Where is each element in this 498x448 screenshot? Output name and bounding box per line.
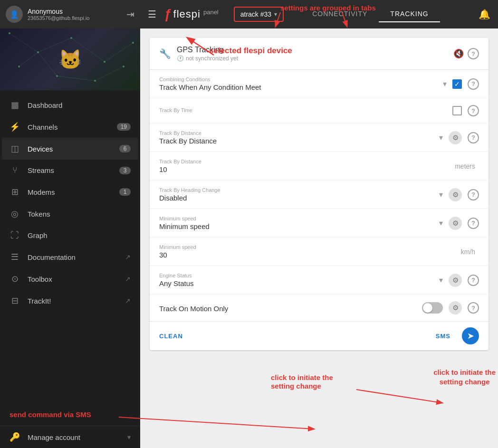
help-button[interactable]: ?: [468, 48, 479, 59]
device-selector-label: atrack #33: [240, 10, 271, 18]
setting-label: Minimum speed: [159, 216, 433, 221]
avatar: 👤: [6, 6, 23, 23]
help-button[interactable]: ?: [468, 302, 479, 314]
logout-button[interactable]: ⇥: [126, 9, 134, 20]
clean-button[interactable]: CLEAN: [159, 333, 183, 340]
card-title-text: GPS Tracking: [177, 46, 448, 54]
documentation-icon: ☰: [10, 252, 20, 262]
card-subtitle-text: not synchronized yet: [186, 55, 238, 62]
setting-row-track-by-time: Track By Time ?: [150, 98, 488, 124]
content-area: settings are grouped in tabs 🔧 GPS Track…: [140, 29, 498, 448]
help-button[interactable]: ?: [468, 218, 479, 229]
send-button[interactable]: ➤: [462, 327, 479, 344]
tab-tracking[interactable]: TRACKING: [379, 6, 440, 22]
logo-name: flespi: [173, 8, 201, 20]
setting-row-track-by-distance-select: Track By Distance Track By Distance ▾ ⚙ …: [150, 124, 488, 152]
chevron-down-icon: ▾: [274, 11, 277, 18]
logo-panel-label: panel: [203, 9, 219, 16]
chevron-down-icon[interactable]: ▾: [439, 276, 443, 285]
sms-button[interactable]: SMS: [436, 333, 450, 340]
chevron-down-icon[interactable]: ▾: [439, 219, 443, 228]
sidebar-item-manage-account[interactable]: 🔑 Manage account ▾: [2, 426, 138, 448]
setting-content: Combining Conditions Track When Any Cond…: [159, 76, 437, 91]
card-header-actions: 🔇 ?: [453, 48, 479, 59]
user-info: Anonymous 23653576@github.flespi.io: [28, 8, 122, 21]
trackit-icon: ⊟: [10, 295, 20, 306]
dashboard-icon: ▦: [10, 100, 20, 110]
sidebar-item-dashboard[interactable]: ▦ Dashboard: [2, 94, 138, 116]
sidebar-item-channels[interactable]: ⚡ Channels 19: [2, 116, 138, 138]
svg-line-3: [105, 43, 133, 62]
mute-icon[interactable]: 🔇: [453, 48, 464, 59]
gear-button[interactable]: ⚙: [449, 217, 462, 230]
sidebar-item-label: Streams: [28, 166, 112, 174]
setting-row-track-by-heading: Track By Heading Change Disabled ▾ ⚙ ?: [150, 181, 488, 209]
gps-tracking-card: 🔧 GPS Tracking 🕐 not synchronized yet 🔇 …: [150, 38, 488, 350]
setting-row-track-by-distance-value: Track By Distance 10 meters: [150, 152, 488, 181]
setting-label: Track By Distance: [159, 159, 449, 164]
setting-label: Engine Status: [159, 273, 433, 278]
sidebar-item-modems[interactable]: ⊞ Modems 1: [2, 181, 138, 203]
sidebar: 👤 Anonymous 23653576@github.flespi.io ⇥: [0, 0, 140, 448]
toggle-off[interactable]: [422, 302, 443, 314]
sidebar-item-tokens[interactable]: ◎ Tokens: [2, 203, 138, 225]
sidebar-item-devices[interactable]: ◫ Devices 6: [2, 138, 138, 160]
streams-badge: 3: [119, 167, 131, 174]
help-button[interactable]: ?: [468, 132, 479, 143]
tab-connectivity[interactable]: CONNECTIVITY: [301, 6, 379, 22]
svg-point-14: [94, 80, 96, 82]
svg-point-13: [56, 75, 58, 77]
external-icon: ↗: [125, 297, 131, 305]
banner-cat-icon: 🐱: [58, 48, 82, 71]
svg-line-0: [10, 33, 38, 52]
svg-line-5: [57, 76, 95, 81]
manage-account-label: Manage account: [28, 433, 120, 441]
chevron-down-icon: ▾: [127, 433, 131, 441]
sidebar-item-streams[interactable]: ⑂ Streams 3: [2, 160, 138, 181]
setting-unit: meters: [455, 162, 475, 170]
gear-button[interactable]: ⚙: [449, 301, 462, 315]
setting-unit: km/h: [461, 248, 475, 256]
sidebar-item-graph[interactable]: ⛶ Graph: [2, 225, 138, 246]
notifications-bell-icon[interactable]: 🔔: [479, 9, 490, 20]
gear-button[interactable]: ⚙: [449, 274, 462, 287]
sidebar-item-label: Channels: [28, 123, 109, 131]
setting-value: Track On Motion Only: [159, 305, 416, 313]
setting-label: Track By Heading Change: [159, 187, 433, 193]
user-name: Anonymous: [28, 8, 122, 15]
help-button[interactable]: ?: [468, 105, 479, 116]
sidebar-item-documentation[interactable]: ☰ Documentation ↗: [2, 246, 138, 268]
help-button[interactable]: ?: [468, 189, 479, 200]
chevron-down-icon[interactable]: ▾: [439, 133, 443, 142]
gear-button[interactable]: ⚙: [449, 131, 462, 144]
gear-button[interactable]: ⚙: [449, 188, 462, 201]
channels-icon: ⚡: [10, 122, 20, 132]
card-title: GPS Tracking 🕐 not synchronized yet: [177, 46, 448, 62]
checkbox-checked[interactable]: ✓: [452, 79, 462, 89]
setting-value: 10: [159, 165, 449, 173]
settings-body: Combining Conditions Track When Any Cond…: [150, 70, 488, 321]
svg-point-8: [9, 32, 10, 34]
hamburger-button[interactable]: ☰: [148, 9, 156, 20]
sidebar-item-trackit[interactable]: ⊟ TrackIt! ↗: [2, 290, 138, 312]
setting-row-engine-status: Engine Status Any Status ▾ ⚙ ?: [150, 266, 488, 295]
clock-icon: 🕐: [177, 55, 184, 62]
setting-label: Track By Distance: [159, 130, 433, 136]
modems-icon: ⊞: [10, 187, 20, 197]
nav-items: ▦ Dashboard ⚡ Channels 19 ◫ Devices 6 ⑂ …: [0, 90, 140, 426]
device-selector[interactable]: atrack #33 ▾: [234, 7, 284, 22]
sidebar-item-label: Modems: [28, 188, 112, 196]
svg-point-15: [123, 66, 124, 67]
setting-label: Combining Conditions: [159, 76, 437, 82]
svg-line-4: [38, 52, 57, 76]
help-button[interactable]: ?: [468, 275, 479, 286]
sidebar-item-label: Dashboard: [28, 101, 131, 109]
help-button[interactable]: ?: [468, 78, 479, 90]
svg-point-12: [132, 42, 134, 44]
sidebar-item-label: Documentation: [28, 253, 117, 261]
sidebar-item-toolbox[interactable]: ⊙ Toolbox ↗: [2, 268, 138, 290]
chevron-down-icon[interactable]: ▾: [443, 79, 447, 88]
setting-content: Track By Distance 10: [159, 159, 449, 173]
checkbox-empty[interactable]: [452, 106, 462, 115]
chevron-down-icon[interactable]: ▾: [439, 190, 443, 199]
